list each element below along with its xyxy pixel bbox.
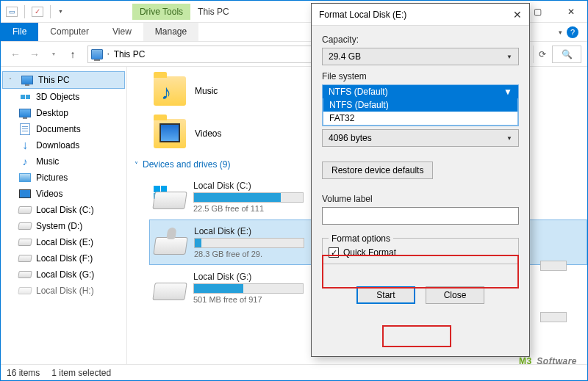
quick-access-toolbar: ▭ ✓ ▼ bbox=[1, 4, 66, 20]
sidebar-item-local-disk-c[interactable]: Local Disk (C:) bbox=[1, 202, 126, 218]
format-dialog: Format Local Disk (E:) ✕ Capacity: 29.4 … bbox=[311, 3, 530, 357]
allocation-select[interactable]: 4096 bytes▼ bbox=[322, 129, 519, 147]
sidebar-item-label: Videos bbox=[36, 189, 62, 199]
sidebar-item-local-disk-e[interactable]: Local Disk (E:) bbox=[1, 234, 126, 250]
sidebar-item-local-disk-g[interactable]: Local Disk (G:) bbox=[1, 266, 126, 283]
sidebar-item-label: Desktop bbox=[36, 108, 68, 118]
filesystem-selected-value: NTFS (Default) bbox=[329, 87, 388, 97]
sidebar-item-videos[interactable]: Videos bbox=[1, 186, 126, 202]
storage-bar bbox=[193, 283, 304, 294]
close-button[interactable]: Close bbox=[426, 286, 484, 304]
qat-properties-icon[interactable]: ✓ bbox=[29, 4, 46, 20]
sidebar-item-documents[interactable]: Documents bbox=[1, 121, 126, 137]
watermark: M3 Software bbox=[519, 349, 577, 369]
search-input[interactable]: 🔍 bbox=[552, 46, 581, 63]
desktop-icon bbox=[19, 109, 31, 117]
ribbon-minimize-chevron[interactable]: ▾ bbox=[559, 29, 562, 36]
refresh-button[interactable]: ⟳ bbox=[533, 46, 551, 63]
storage-bar bbox=[194, 238, 304, 248]
divider bbox=[24, 5, 25, 18]
sidebar-item-label: Downloads bbox=[36, 140, 79, 150]
format-options-legend: Format options bbox=[329, 233, 393, 244]
drive-free-text: 28.3 GB free of 29. bbox=[194, 250, 304, 258]
manage-tab[interactable]: Manage bbox=[143, 23, 198, 41]
file-tab[interactable]: File bbox=[1, 23, 38, 41]
folder-label: Music bbox=[195, 86, 218, 96]
sidebar-item-local-disk-f[interactable]: Local Disk (F:) bbox=[1, 250, 126, 266]
music-icon: ♪ bbox=[18, 156, 32, 167]
filesystem-dropdown-list: NTFS (Default) FAT32 bbox=[323, 98, 518, 126]
sidebar-item-pictures[interactable]: Pictures bbox=[1, 170, 126, 186]
document-icon bbox=[20, 123, 30, 135]
drive-free-text: 22.5 GB free of 111 bbox=[193, 204, 304, 213]
sidebar-item-system-d[interactable]: System (D:) bbox=[1, 218, 126, 234]
view-tab[interactable]: View bbox=[101, 23, 143, 41]
back-button[interactable]: ← bbox=[7, 46, 24, 63]
sidebar-item-label: Local Disk (C:) bbox=[36, 205, 94, 215]
capacity-label: Capacity: bbox=[322, 35, 519, 45]
capacity-value: 29.4 GB bbox=[329, 51, 361, 62]
watermark-text: Software bbox=[537, 356, 577, 366]
cube-icon bbox=[21, 95, 30, 99]
annotation-highlight-start bbox=[382, 325, 451, 347]
help-icon[interactable]: ? bbox=[567, 26, 578, 38]
sidebar-item-music[interactable]: ♪Music bbox=[1, 153, 126, 170]
download-icon: ↓ bbox=[18, 139, 32, 151]
drive-icon bbox=[154, 184, 186, 209]
up-button[interactable]: ↑ bbox=[64, 46, 82, 63]
status-bar: 16 items 1 item selected bbox=[1, 364, 587, 380]
recent-locations-chevron[interactable]: ▾ bbox=[45, 46, 62, 63]
sidebar-item-desktop[interactable]: Desktop bbox=[1, 105, 126, 121]
status-selected-count: 1 item selected bbox=[51, 368, 111, 378]
dialog-close-button[interactable]: ✕ bbox=[513, 9, 522, 21]
sidebar-item-3d-objects[interactable]: 3D Objects bbox=[1, 89, 126, 105]
capacity-select[interactable]: 29.4 GB▼ bbox=[322, 48, 519, 65]
hdd-icon bbox=[18, 271, 32, 278]
drive-name: Local Disk (G:) bbox=[193, 272, 304, 282]
dialog-titlebar[interactable]: Format Local Disk (E:) ✕ bbox=[312, 4, 529, 26]
pictures-icon bbox=[19, 173, 31, 182]
format-options-fieldset: Format options ✓ Quick Format bbox=[322, 238, 519, 264]
allocation-value: 4096 bytes bbox=[329, 133, 372, 143]
sidebar-item-this-pc[interactable]: ˅ This PC bbox=[2, 71, 125, 89]
filesystem-select[interactable]: NTFS (Default)▼ NTFS (Default) FAT32 bbox=[322, 84, 519, 126]
restore-defaults-button[interactable]: Restore device defaults bbox=[322, 162, 433, 179]
start-button[interactable]: Start bbox=[356, 286, 415, 304]
chevron-down-icon: ▼ bbox=[503, 87, 512, 97]
sidebar-item-label: Local Disk (E:) bbox=[36, 237, 93, 247]
drive-icon bbox=[154, 230, 187, 255]
hdd-icon bbox=[18, 287, 32, 294]
computer-tab[interactable]: Computer bbox=[38, 23, 101, 41]
filesystem-option-ntfs[interactable]: NTFS (Default) bbox=[323, 98, 517, 112]
collapse-icon[interactable]: ˅ bbox=[9, 77, 16, 84]
hdd-icon bbox=[18, 222, 32, 230]
qat-pc-icon[interactable]: ▭ bbox=[4, 4, 20, 20]
filesystem-label: File system bbox=[322, 71, 519, 81]
hdd-icon bbox=[18, 206, 32, 214]
this-pc-icon bbox=[91, 49, 103, 59]
volume-label-input[interactable] bbox=[322, 207, 519, 225]
window-title: This PC bbox=[198, 7, 229, 17]
obscured-drive-column: GB bbox=[540, 73, 567, 381]
sidebar-item-label: 3D Objects bbox=[36, 92, 79, 102]
sidebar-item-label: System (D:) bbox=[36, 221, 82, 231]
sidebar-item-label: This PC bbox=[38, 75, 70, 85]
close-button[interactable]: ✕ bbox=[554, 1, 587, 23]
sidebar-item-local-disk-h[interactable]: Local Disk (H:) bbox=[1, 283, 126, 299]
forward-button[interactable]: → bbox=[26, 46, 43, 63]
drive-name: Local Disk (C:) bbox=[193, 181, 304, 191]
folder-music-icon: ♪ bbox=[154, 76, 186, 106]
section-label: Devices and drives (9) bbox=[143, 159, 230, 170]
quick-format-checkbox[interactable]: ✓ Quick Format bbox=[329, 247, 512, 258]
chevron-down-icon: ▼ bbox=[506, 54, 512, 60]
dialog-title: Format Local Disk (E:) bbox=[319, 10, 406, 20]
sidebar-item-label: Pictures bbox=[36, 173, 68, 183]
filesystem-option-fat32[interactable]: FAT32 bbox=[323, 112, 517, 125]
folder-label: Videos bbox=[195, 128, 221, 139]
status-item-count: 16 items bbox=[7, 368, 40, 378]
videos-icon bbox=[19, 189, 31, 198]
qat-customize-chevron[interactable]: ▼ bbox=[58, 9, 63, 14]
sidebar-item-label: Local Disk (H:) bbox=[36, 286, 94, 296]
breadcrumb-label: This PC bbox=[114, 49, 146, 59]
sidebar-item-downloads[interactable]: ↓Downloads bbox=[1, 137, 126, 153]
